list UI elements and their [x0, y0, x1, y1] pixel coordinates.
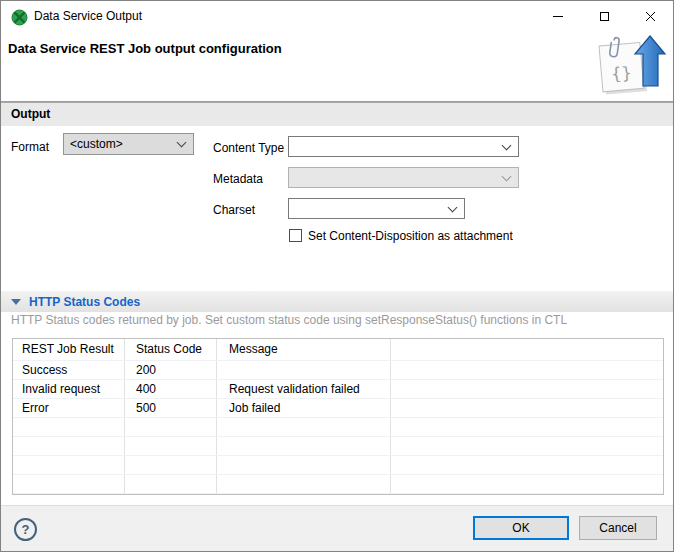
table-cell[interactable] [391, 361, 663, 379]
maximize-button[interactable] [581, 1, 627, 32]
question-mark-icon: ? [22, 522, 30, 537]
table-cell[interactable] [391, 418, 663, 436]
format-combo[interactable]: <custom> [63, 133, 194, 155]
table-row-empty[interactable] [13, 475, 663, 494]
column-header-rest-job-result: REST Job Result [13, 339, 125, 360]
table-cell[interactable] [125, 475, 217, 493]
close-button[interactable] [627, 1, 673, 32]
table-cell[interactable] [13, 456, 125, 474]
table-cell[interactable] [217, 437, 391, 455]
column-header-message: Message [217, 339, 391, 360]
chevron-down-icon [502, 171, 512, 181]
table-cell[interactable] [391, 399, 663, 417]
status-codes-table: REST Job Result Status Code Message Succ… [12, 338, 664, 495]
format-value: <custom> [70, 137, 123, 151]
chevron-down-icon [502, 140, 512, 150]
content-type-label: Content Type [213, 141, 284, 155]
table-row-empty[interactable] [13, 437, 663, 456]
chevron-down-icon [448, 202, 458, 212]
dialog-title: Data Service REST Job output configurati… [8, 41, 282, 56]
window-controls [535, 1, 673, 32]
table-cell[interactable] [391, 475, 663, 493]
table-cell[interactable]: Request validation failed [217, 380, 391, 398]
http-status-section-header[interactable]: HTTP Status Codes [1, 291, 673, 312]
table-cell[interactable]: 200 [125, 361, 217, 379]
output-section-header: Output [1, 102, 673, 126]
table-cell[interactable] [125, 418, 217, 436]
app-icon [11, 9, 28, 26]
format-label: Format [11, 140, 49, 154]
column-header-status-code: Status Code [125, 339, 217, 360]
output-section-title: Output [11, 107, 50, 121]
table-cell[interactable]: Success [13, 361, 125, 379]
metadata-label: Metadata [213, 172, 263, 186]
maximize-icon [600, 12, 609, 21]
cancel-button[interactable]: Cancel [579, 516, 657, 540]
table-cell[interactable] [13, 418, 125, 436]
table-cell[interactable] [391, 380, 663, 398]
table-row-empty[interactable] [13, 418, 663, 437]
ok-button[interactable]: OK [473, 516, 569, 540]
dialog-header: Data Service REST Job output configurati… [1, 33, 673, 102]
output-document-arrow-icon: {} [597, 34, 667, 98]
titlebar[interactable]: Data Service Output [1, 1, 673, 33]
table-cell[interactable]: Invalid request [13, 380, 125, 398]
table-cell[interactable] [217, 475, 391, 493]
attachment-checkbox-label: Set Content-Disposition as attachment [308, 229, 513, 243]
content-type-combo[interactable] [288, 136, 519, 157]
minimize-icon [553, 16, 563, 17]
table-row-invalid-request[interactable]: Invalid request 400 Request validation f… [13, 380, 663, 399]
column-header-empty [391, 339, 663, 360]
table-cell[interactable] [125, 456, 217, 474]
help-button[interactable]: ? [14, 518, 37, 541]
charset-combo[interactable] [288, 198, 465, 219]
table-cell[interactable] [13, 437, 125, 455]
table-cell[interactable]: 400 [125, 380, 217, 398]
close-icon [645, 11, 656, 22]
attachment-checkbox[interactable] [289, 229, 302, 242]
table-cell[interactable] [217, 456, 391, 474]
table-cell[interactable] [125, 437, 217, 455]
minimize-button[interactable] [535, 1, 581, 32]
table-cell[interactable] [391, 456, 663, 474]
table-header-row: REST Job Result Status Code Message [13, 339, 663, 361]
http-status-section-title: HTTP Status Codes [29, 295, 140, 309]
chevron-down-icon [177, 138, 187, 148]
metadata-combo[interactable] [288, 167, 519, 188]
table-cell[interactable] [217, 361, 391, 379]
table-cell[interactable]: Job failed [217, 399, 391, 417]
http-status-description: HTTP Status codes returned by job. Set c… [11, 313, 567, 327]
dialog-footer: ? OK Cancel [1, 505, 673, 552]
table-cell[interactable] [217, 418, 391, 436]
table-cell[interactable]: Error [13, 399, 125, 417]
table-row-error[interactable]: Error 500 Job failed [13, 399, 663, 418]
charset-label: Charset [213, 203, 255, 217]
table-row-empty[interactable] [13, 456, 663, 475]
table-cell[interactable]: 500 [125, 399, 217, 417]
table-cell[interactable] [391, 437, 663, 455]
table-cell[interactable] [13, 475, 125, 493]
collapse-triangle-icon [11, 299, 21, 305]
dialog-window: Data Service Output Data Service REST Jo… [0, 0, 674, 552]
svg-text:{}: {} [610, 62, 632, 84]
table-row-success[interactable]: Success 200 [13, 361, 663, 380]
window-title: Data Service Output [34, 1, 142, 32]
status-table-empty-rows [13, 418, 663, 494]
